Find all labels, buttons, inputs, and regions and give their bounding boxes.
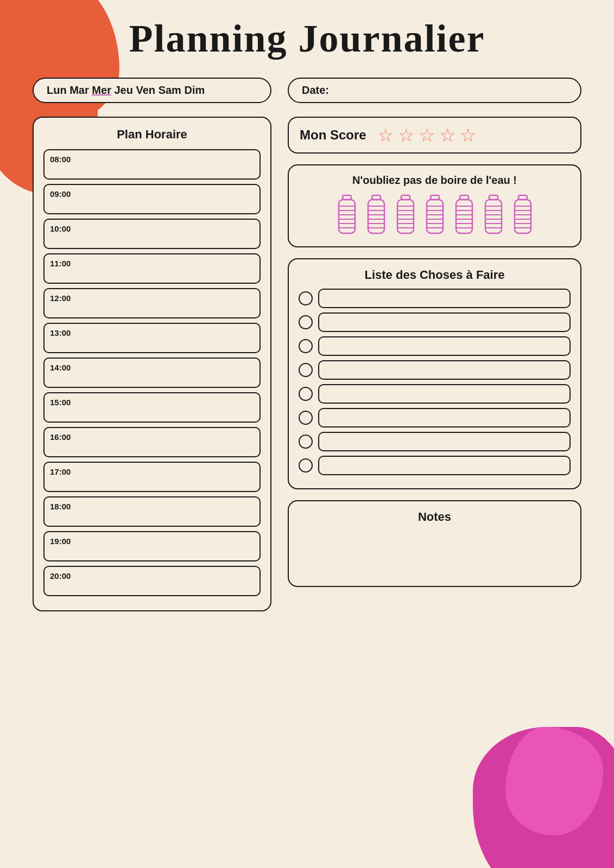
time-slot-1400[interactable]: 14:00 xyxy=(43,358,261,388)
bottle-7[interactable] xyxy=(511,194,534,238)
bottle-5[interactable] xyxy=(453,194,476,238)
todo-checkbox-3[interactable] xyxy=(299,339,313,353)
time-slot-0900[interactable]: 09:00 xyxy=(43,184,261,214)
todo-text-7[interactable] xyxy=(318,432,571,451)
todo-item-3 xyxy=(299,336,571,356)
plan-horaire-box: Plan Horaire 08:00 09:00 10:00 11:00 12:… xyxy=(33,117,271,611)
water-bottles xyxy=(300,194,569,238)
todo-item-8 xyxy=(299,456,571,475)
bottle-2[interactable] xyxy=(365,194,388,238)
time-slot-1200[interactable]: 12:00 xyxy=(43,288,261,318)
bottle-1[interactable] xyxy=(336,194,358,238)
time-slot-1900[interactable]: 19:00 xyxy=(43,531,261,561)
todo-item-2 xyxy=(299,312,571,332)
todo-text-8[interactable] xyxy=(318,456,571,475)
time-slot-1000[interactable]: 10:00 xyxy=(43,219,261,249)
page-title: Planning Journalier xyxy=(33,16,581,61)
todo-text-5[interactable] xyxy=(318,384,571,404)
score-box: Mon Score ☆ ☆ ☆ ☆ ☆ xyxy=(288,117,581,154)
water-title: N'oubliez pas de boire de l'eau ! xyxy=(300,174,569,187)
todo-title: Liste des Choses à Faire xyxy=(299,268,571,282)
star-4[interactable]: ☆ xyxy=(439,124,455,146)
time-slot-0800[interactable]: 08:00 xyxy=(43,149,261,180)
days-selector[interactable]: Lun Mar Mer Jeu Ven Sam Dim xyxy=(33,78,271,103)
todo-item-1 xyxy=(299,289,571,308)
todo-item-6 xyxy=(299,408,571,427)
time-slot-2000[interactable]: 20:00 xyxy=(43,566,261,596)
page-content: Planning Journalier Lun Mar Mer Jeu Ven … xyxy=(0,0,614,868)
todo-item-5 xyxy=(299,384,571,404)
todo-box: Liste des Choses à Faire xyxy=(288,258,581,489)
star-3[interactable]: ☆ xyxy=(419,124,435,146)
todo-checkbox-7[interactable] xyxy=(299,435,313,449)
todo-checkbox-8[interactable] xyxy=(299,458,313,473)
bottle-6[interactable] xyxy=(482,194,505,238)
star-2[interactable]: ☆ xyxy=(398,124,414,146)
todo-item-7 xyxy=(299,432,571,451)
todo-text-3[interactable] xyxy=(318,336,571,356)
time-slot-1600[interactable]: 16:00 xyxy=(43,427,261,457)
todo-text-2[interactable] xyxy=(318,312,571,332)
notes-box[interactable]: Notes xyxy=(288,500,581,587)
time-slot-1700[interactable]: 17:00 xyxy=(43,462,261,492)
score-label: Mon Score xyxy=(300,127,366,143)
bottle-4[interactable] xyxy=(423,194,446,238)
todo-text-6[interactable] xyxy=(318,408,571,427)
todo-text-4[interactable] xyxy=(318,360,571,380)
header-row: Lun Mar Mer Jeu Ven Sam Dim Date: xyxy=(33,78,581,103)
notes-title: Notes xyxy=(300,510,569,524)
todo-checkbox-5[interactable] xyxy=(299,387,313,401)
todo-checkbox-2[interactable] xyxy=(299,315,313,329)
star-1[interactable]: ☆ xyxy=(377,124,394,146)
main-layout: Plan Horaire 08:00 09:00 10:00 11:00 12:… xyxy=(33,117,581,611)
left-column: Plan Horaire 08:00 09:00 10:00 11:00 12:… xyxy=(33,117,271,611)
time-slot-1100[interactable]: 11:00 xyxy=(43,253,261,284)
time-slot-1800[interactable]: 18:00 xyxy=(43,496,261,527)
water-box: N'oubliez pas de boire de l'eau ! xyxy=(288,164,581,247)
todo-checkbox-1[interactable] xyxy=(299,291,313,305)
todo-text-1[interactable] xyxy=(318,289,571,308)
day-mer[interactable]: Mer xyxy=(92,84,111,96)
date-field[interactable]: Date: xyxy=(288,78,581,103)
stars-rating[interactable]: ☆ ☆ ☆ ☆ ☆ xyxy=(377,124,476,146)
star-5[interactable]: ☆ xyxy=(460,124,476,146)
date-label: Date: xyxy=(302,84,329,96)
todo-checkbox-6[interactable] xyxy=(299,411,313,425)
todo-item-4 xyxy=(299,360,571,380)
time-slot-1300[interactable]: 13:00 xyxy=(43,323,261,353)
right-column: Mon Score ☆ ☆ ☆ ☆ ☆ N'oubliez pas de boi… xyxy=(288,117,581,587)
time-slot-1500[interactable]: 15:00 xyxy=(43,392,261,423)
plan-horaire-title: Plan Horaire xyxy=(43,127,261,142)
todo-checkbox-4[interactable] xyxy=(299,363,313,377)
bottle-3[interactable] xyxy=(394,194,417,238)
